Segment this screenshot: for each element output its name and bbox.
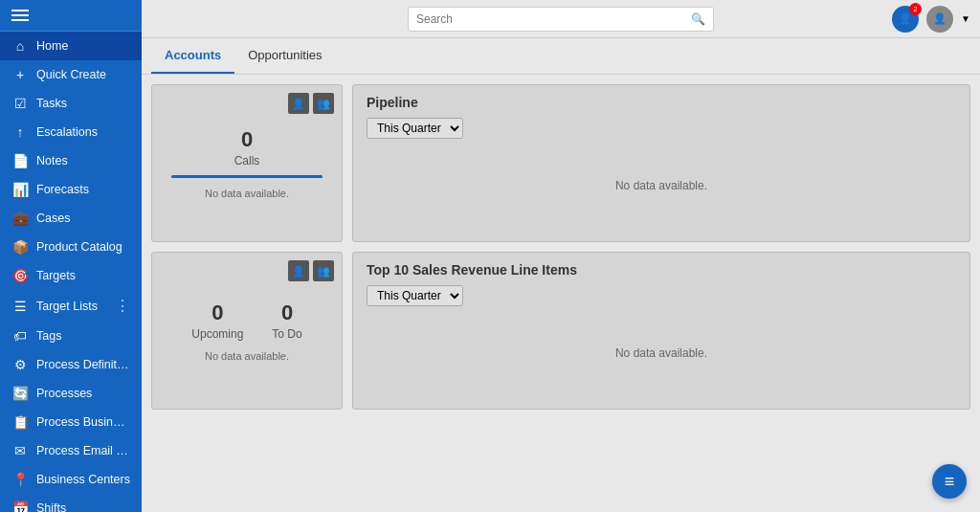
todo-label: To Do	[272, 327, 301, 341]
tasks-no-data: No data available.	[205, 350, 289, 362]
upcoming-label: Upcoming	[191, 327, 243, 341]
sidebar-label-notes: Notes	[36, 154, 130, 167]
tags-icon: 🏷	[11, 328, 29, 344]
sidebar-label-quick-create: Quick Create	[36, 68, 130, 81]
sidebar-item-tags[interactable]: 🏷 Tags	[0, 322, 142, 350]
sidebar-label-process-email-templates: Process Email Templ...	[36, 444, 130, 457]
todo-block: 0 To Do	[272, 301, 301, 341]
sidebar-item-quick-create[interactable]: + Quick Create	[0, 60, 142, 89]
sidebar-item-business-centers[interactable]: 📍 Business Centers	[0, 465, 142, 494]
fab-button[interactable]: ≡	[932, 464, 967, 499]
calls-progress-bar	[171, 175, 323, 178]
cases-icon: 💼	[11, 211, 29, 226]
quick-create-icon: +	[11, 67, 29, 82]
sidebar-header	[0, 0, 142, 32]
revenue-panel: Top 10 Sales Revenue Line Items This Qua…	[352, 252, 970, 410]
sidebar-label-process-business-rules: Process Business Rules	[36, 415, 130, 429]
pipeline-panel: Pipeline This Quarter No data available.	[352, 84, 970, 242]
search-button[interactable]: 🔍	[691, 12, 705, 26]
tab-opportunities[interactable]: Opportunities	[234, 38, 335, 74]
shifts-icon: 📅	[11, 501, 29, 512]
sidebar-item-process-business-rules[interactable]: 📋 Process Business Rules	[0, 408, 142, 436]
sidebar-item-processes[interactable]: 🔄 Processes	[0, 379, 142, 408]
user-avatar[interactable]: 👤	[926, 6, 953, 33]
upcoming-block: 0 Upcoming	[191, 301, 243, 341]
person-icon-2[interactable]: 👤	[288, 260, 309, 281]
panel-icons: 👤 👥	[288, 93, 334, 114]
revenue-title: Top 10 Sales Revenue Line Items	[367, 262, 956, 278]
revenue-filter-select[interactable]: This Quarter	[367, 285, 463, 306]
sidebar-item-shifts[interactable]: 📅 Shifts	[0, 494, 142, 512]
revenue-filter: This Quarter	[367, 285, 956, 306]
sidebar-item-tasks[interactable]: ☑ Tasks	[0, 89, 142, 118]
sidebar-item-forecasts[interactable]: 📊 Forecasts	[0, 175, 142, 204]
sidebar-item-cases[interactable]: 💼 Cases	[0, 204, 142, 233]
process-definitions-icon: ⚙	[11, 357, 29, 372]
tasks-panel: 👤 👥 0 Upcoming 0 To Do No data available…	[151, 252, 343, 410]
home-icon: ⌂	[11, 38, 29, 54]
pipeline-title: Pipeline	[367, 95, 956, 110]
upcoming-value: 0	[191, 301, 243, 325]
tab-accounts[interactable]: Accounts	[151, 38, 234, 74]
product-catalog-icon: 📦	[11, 239, 29, 255]
sidebar-item-notes[interactable]: 📄 Notes	[0, 146, 142, 175]
sidebar-label-targets: Targets	[36, 269, 130, 282]
calls-panel: 👤 👥 0 Calls No data available.	[151, 84, 343, 242]
tasks-stats: 0 Upcoming 0 To Do	[152, 301, 342, 341]
sidebar-item-escalations[interactable]: ↑ Escalations	[0, 118, 142, 146]
sidebar-label-target-lists: Target Lists	[36, 300, 107, 313]
sidebar-label-product-catalog: Product Catalog	[36, 240, 130, 254]
target-lists-icon: ☰	[11, 299, 29, 314]
chevron-down-icon[interactable]: ▼	[961, 13, 970, 24]
main-content: Accounts Opportunities 👤 👥 0 Calls No da…	[142, 38, 980, 512]
hamburger-menu[interactable]	[11, 10, 29, 21]
sidebar-label-business-centers: Business Centers	[36, 473, 130, 486]
sidebar-label-shifts: Shifts	[36, 501, 130, 512]
tabs-bar: Accounts Opportunities	[142, 38, 980, 75]
sidebar-item-process-definitions[interactable]: ⚙ Process Definitions	[0, 350, 142, 379]
notification-badge: 2	[909, 3, 922, 15]
escalations-icon: ↑	[11, 124, 29, 140]
tasks-icon: ☑	[11, 96, 29, 111]
people-icon[interactable]: 👥	[313, 93, 334, 114]
sidebar-dots[interactable]: ⋮	[115, 297, 130, 315]
sidebar-item-home[interactable]: ⌂ Home	[0, 32, 142, 60]
sidebar: ⌂ Home + Quick Create ☑ Tasks ↑ Escalati…	[0, 0, 142, 512]
pipeline-filter-select[interactable]: This Quarter	[367, 118, 463, 139]
content-area: 👤 👥 0 Calls No data available. Pipeline …	[142, 75, 980, 419]
pipeline-no-data: No data available.	[367, 139, 956, 232]
sidebar-label-escalations: Escalations	[36, 125, 130, 139]
sidebar-item-targets[interactable]: 🎯 Targets	[0, 261, 142, 290]
notification-icon[interactable]: 👤 2	[892, 6, 919, 33]
dashboard-row-1: 👤 👥 0 Calls No data available. Pipeline …	[151, 84, 970, 242]
dashboard-row-2: 👤 👥 0 Upcoming 0 To Do No data available…	[151, 252, 970, 410]
sidebar-label-process-definitions: Process Definitions	[36, 358, 130, 371]
search-box: 🔍	[408, 7, 714, 32]
sidebar-label-home: Home	[36, 39, 130, 53]
pipeline-filter: This Quarter	[367, 118, 956, 139]
sidebar-label-processes: Processes	[36, 387, 130, 400]
search-input[interactable]	[416, 12, 691, 26]
todo-value: 0	[272, 301, 301, 325]
sidebar-label-forecasts: Forecasts	[36, 183, 130, 196]
process-email-templates-icon: ✉	[11, 443, 29, 458]
business-centers-icon: 📍	[11, 472, 29, 487]
calls-no-data: No data available.	[205, 188, 289, 199]
sidebar-item-product-catalog[interactable]: 📦 Product Catalog	[0, 233, 142, 261]
targets-icon: 🎯	[11, 268, 29, 283]
notes-icon: 📄	[11, 153, 29, 168]
topbar-right: 👤 2 👤 ▼	[892, 6, 970, 33]
panel-icons-2: 👤 👥	[288, 260, 334, 281]
sidebar-item-target-lists[interactable]: ☰ Target Lists ⋮	[0, 290, 142, 322]
people-icon-2[interactable]: 👥	[313, 260, 334, 281]
sidebar-label-cases: Cases	[36, 211, 130, 225]
revenue-no-data: No data available.	[367, 306, 956, 399]
person-icon[interactable]: 👤	[288, 93, 309, 114]
sidebar-label-tasks: Tasks	[36, 97, 130, 110]
calls-stat-label: Calls	[234, 154, 260, 167]
topbar: 🔍 👤 2 👤 ▼	[142, 0, 980, 38]
sidebar-item-process-email-templates[interactable]: ✉ Process Email Templ...	[0, 436, 142, 465]
calls-stat-value: 0	[241, 127, 253, 152]
sidebar-label-tags: Tags	[36, 329, 130, 343]
forecasts-icon: 📊	[11, 182, 29, 197]
